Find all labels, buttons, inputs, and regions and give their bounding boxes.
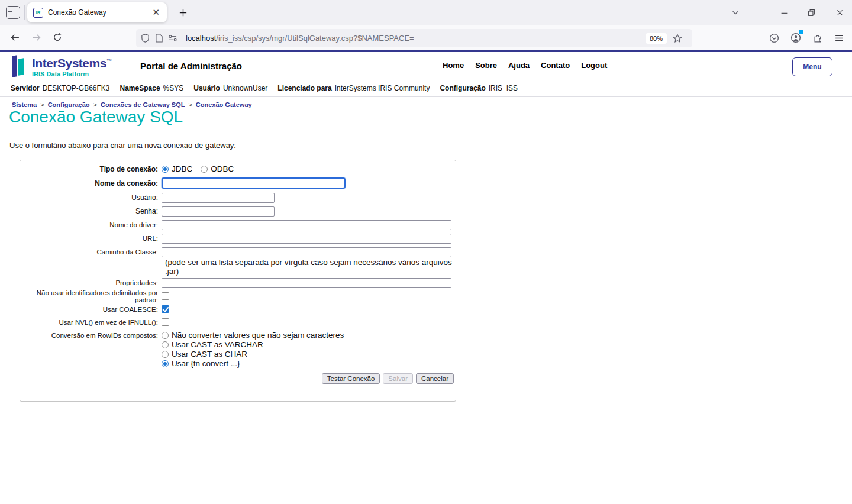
forward-button[interactable] [28, 31, 44, 44]
connection-type-label: Tipo de conexão: [20, 165, 162, 173]
delimited-ids-row: Não usar identificadores delimitados por… [20, 290, 456, 302]
back-button[interactable] [7, 31, 22, 44]
new-tab-button[interactable] [175, 5, 191, 20]
odbc-radio-label: ODBC [211, 164, 234, 173]
save-button[interactable]: Salvar [383, 373, 413, 384]
url-host: localhost [186, 34, 216, 43]
user-input[interactable] [162, 193, 275, 203]
rowid-conversion-label: Conversão em RowIDs compostos: [20, 331, 162, 339]
connection-name-label: Nome da conexão: [20, 179, 162, 188]
password-input[interactable] [162, 206, 275, 217]
breadcrumb-conexao-gateway[interactable]: Conexão Gateway [196, 101, 252, 108]
connection-name-row: Nome da conexão: [20, 176, 456, 190]
server-info-bar: ServidorDESKTOP-GB66FK3 NameSpace%SYS Us… [11, 84, 518, 92]
connection-type-row: Tipo de conexão: JDBC ODBC [20, 163, 456, 175]
rowid-cast-char-radio[interactable] [162, 351, 169, 358]
test-connection-button[interactable]: Testar Conexão [322, 373, 380, 384]
form-buttons: Testar Conexão Salvar Cancelar [20, 373, 456, 384]
portal-page: InterSystems™ IRIS Data Platform Portal … [0, 52, 852, 504]
gateway-connection-form: Tipo de conexão: JDBC ODBC Nome da conex… [20, 160, 456, 402]
account-icon[interactable] [788, 30, 804, 46]
delimited-ids-label: Não usar identificadores delimitados por… [20, 289, 162, 303]
rowid-fn-convert-radio[interactable] [162, 360, 169, 367]
properties-input[interactable] [162, 278, 451, 288]
logo-brand: InterSystems™ [32, 54, 111, 70]
properties-row: Propriedades: [20, 277, 456, 289]
coalesce-label: Usar COALESCE: [20, 306, 162, 313]
classpath-input[interactable] [162, 247, 451, 257]
tab-close-icon[interactable]: ✕ [151, 7, 161, 18]
classpath-hint: (pode ser uma lista separada por vírgula… [165, 258, 456, 276]
nvl-row: Usar NVL() em vez de IFNULL(): [20, 316, 456, 328]
menu-button[interactable]: Menu [792, 57, 832, 76]
nav-ajuda[interactable]: Ajuda [508, 61, 530, 70]
restore-button[interactable] [801, 5, 821, 20]
delimited-ids-checkbox[interactable] [162, 292, 169, 300]
nav-logout[interactable]: Logout [581, 61, 607, 70]
page-info-icon[interactable] [155, 34, 163, 43]
driver-name-input[interactable] [162, 220, 451, 230]
driver-name-row: Nome do driver: [20, 219, 456, 231]
account-notification-dot [799, 30, 803, 34]
nav-contato[interactable]: Contato [541, 61, 570, 70]
properties-label: Propriedades: [20, 279, 162, 286]
url-path: /iris_iss/csp/sys/mgr/UtilSqlGateway.csp… [216, 34, 414, 43]
permissions-icon[interactable] [168, 34, 178, 42]
jdbc-radio[interactable] [162, 166, 169, 173]
rowid-no-convert-radio[interactable] [162, 332, 169, 339]
coalesce-row: Usar COALESCE: [20, 303, 456, 315]
menu-hamburger-icon[interactable] [831, 30, 847, 46]
portal-title: Portal de Administração [140, 61, 242, 71]
rowid-fn-convert-label: Usar {fn convert ...} [172, 359, 240, 368]
tab-divider [24, 5, 25, 20]
form-instruction: Use o formulário abaixo para criar uma n… [9, 141, 236, 150]
nvl-checkbox[interactable] [162, 318, 169, 326]
user-row: Usuário: [20, 192, 456, 203]
password-label: Senha: [20, 207, 162, 215]
page-title: Conexão Gateway SQL [9, 108, 183, 127]
info-configuracao: ConfiguraçãoIRIS_ISS [440, 84, 518, 92]
rowid-cast-varchar-radio[interactable] [162, 341, 169, 348]
rowid-no-convert-label: Não converter valores que não sejam cara… [172, 331, 344, 340]
user-label: Usuário: [20, 193, 162, 202]
top-nav: Home Sobre Ajuda Contato Logout [443, 61, 607, 70]
extensions-puzzle-icon[interactable] [809, 30, 826, 46]
driver-name-label: Nome do driver: [20, 221, 162, 228]
iris-favicon-icon: IR [33, 8, 43, 18]
minimize-button[interactable] [774, 5, 794, 20]
window-close-button[interactable] [830, 5, 850, 20]
reload-button[interactable] [50, 31, 65, 44]
firefox-view-icon[interactable] [6, 6, 20, 19]
rowid-cast-varchar-label: Usar CAST as VARCHAR [172, 340, 263, 349]
tab-title: Conexão Gateway [48, 8, 151, 17]
logo-subtitle: IRIS Data Platform [32, 70, 111, 77]
nav-home[interactable]: Home [443, 61, 464, 70]
intersystems-logo: InterSystems™ IRIS Data Platform [11, 54, 111, 79]
connection-name-input[interactable] [162, 177, 346, 189]
nav-sobre[interactable]: Sobre [475, 61, 497, 70]
browser-tab[interactable]: IR Conexão Gateway ✕ [27, 2, 167, 22]
url-input[interactable] [162, 234, 451, 244]
zoom-level-badge[interactable]: 80% [646, 33, 667, 44]
password-row: Senha: [20, 205, 456, 217]
jdbc-radio-label: JDBC [172, 164, 192, 173]
title-divider [0, 130, 852, 130]
url-text[interactable]: localhost/iris_iss/csp/sys/mgr/UtilSqlGa… [186, 34, 646, 43]
intersystems-logo-icon [11, 54, 28, 79]
coalesce-checkbox[interactable] [162, 305, 169, 313]
info-licenciado: Licenciado paraInterSystems IRIS Communi… [277, 84, 430, 92]
info-servidor: ServidorDESKTOP-GB66FK3 [11, 84, 110, 92]
bookmark-star-icon[interactable] [673, 34, 682, 43]
pocket-icon[interactable] [766, 30, 782, 46]
site-header: InterSystems™ IRIS Data Platform Portal … [0, 52, 852, 97]
odbc-radio[interactable] [201, 166, 208, 173]
rowid-cast-char-label: Usar CAST as CHAR [172, 350, 247, 358]
classpath-label: Caminho da Classe: [20, 248, 162, 256]
url-bar[interactable]: localhost/iris_iss/csp/sys/mgr/UtilSqlGa… [136, 29, 692, 47]
url-label: URL: [20, 235, 162, 242]
cancel-button[interactable]: Cancelar [416, 373, 454, 384]
browser-tab-bar: IR Conexão Gateway ✕ [0, 0, 852, 25]
classpath-row: Caminho da Classe: [20, 246, 456, 258]
tab-list-chevron-icon[interactable] [725, 5, 746, 20]
shield-icon[interactable] [141, 34, 150, 43]
